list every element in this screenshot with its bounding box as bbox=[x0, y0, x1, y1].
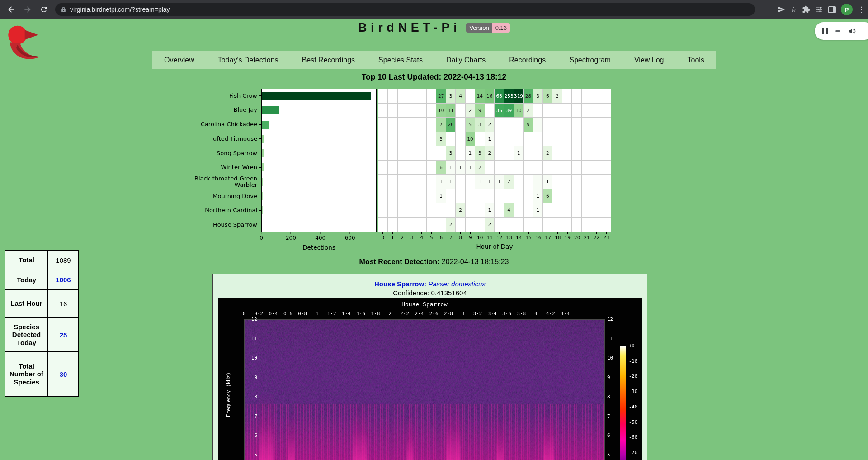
heatmap-cell bbox=[417, 218, 427, 232]
species-common-name[interactable]: House Sparrow: bbox=[374, 280, 426, 288]
heatmap-cell bbox=[591, 132, 601, 147]
heatmap-cell bbox=[427, 161, 436, 175]
url-bar[interactable]: virginia.birdnetpi.com/?stream=play bbox=[55, 3, 755, 16]
hour-tick: 22 bbox=[592, 232, 602, 242]
bookmark-star-icon[interactable]: ☆ bbox=[790, 6, 797, 14]
heatmap-cell bbox=[475, 189, 485, 204]
heatmap-cell bbox=[591, 175, 601, 189]
heatmap-cell bbox=[572, 132, 581, 147]
chart-title: Top 10 Last Updated: 2022-04-13 18:12 bbox=[0, 72, 868, 82]
nav-item-tools[interactable]: Tools bbox=[688, 56, 704, 64]
heatmap-cell bbox=[398, 218, 407, 232]
heatmap-cell bbox=[591, 203, 601, 218]
heatmap-cell bbox=[427, 218, 436, 232]
heatmap-cell bbox=[562, 203, 572, 218]
heatmap-cell bbox=[552, 104, 562, 118]
heatmap-cell: 1 bbox=[533, 203, 543, 218]
extensions-puzzle-icon[interactable] bbox=[802, 5, 810, 14]
bar-row bbox=[262, 203, 376, 218]
heatmap-cell bbox=[446, 203, 456, 218]
heatmap-cell: 10 bbox=[436, 104, 446, 118]
db-tick-label: -30 bbox=[629, 389, 637, 394]
speaker-icon[interactable] bbox=[848, 27, 857, 36]
nav-item-recordings[interactable]: Recordings bbox=[509, 56, 546, 64]
heatmap-cell bbox=[427, 146, 436, 161]
species-label-row: Fish Crow bbox=[176, 89, 261, 103]
heatmap-cell bbox=[514, 132, 524, 147]
tune-extension-icon[interactable] bbox=[815, 5, 823, 14]
heatmap-cell bbox=[562, 104, 572, 118]
bar-row bbox=[262, 175, 376, 189]
time-tick-label: 3 bbox=[462, 311, 465, 317]
profile-avatar[interactable]: P bbox=[841, 4, 853, 15]
pause-icon[interactable] bbox=[822, 28, 828, 34]
heatmap-cell bbox=[475, 203, 485, 218]
heatmap-cell bbox=[514, 218, 524, 232]
heatmap-cell: 2 bbox=[466, 104, 475, 118]
reload-button[interactable] bbox=[37, 3, 51, 16]
heatmap-cell bbox=[572, 175, 581, 189]
kebab-menu-icon[interactable]: ⋮ bbox=[858, 6, 865, 14]
spectrogram-streak bbox=[543, 408, 554, 460]
nav-item-spectrogram[interactable]: Spectrogram bbox=[569, 56, 611, 64]
heatmap-cell bbox=[378, 89, 388, 104]
heatmap-cell bbox=[572, 161, 581, 175]
heatmap-cell bbox=[485, 189, 495, 204]
freq-axis-right: 12111098765 bbox=[607, 298, 621, 460]
send-icon[interactable] bbox=[777, 5, 785, 14]
back-button[interactable] bbox=[5, 3, 18, 16]
heatmap-cell: 7 bbox=[436, 118, 446, 132]
heatmap-cell bbox=[398, 146, 407, 161]
stats-value-link[interactable]: 25 bbox=[48, 318, 79, 352]
side-panel-icon[interactable] bbox=[828, 6, 836, 13]
recent-label: Most Recent Detection: bbox=[359, 258, 440, 266]
species-latin-name[interactable]: Passer domesticus bbox=[428, 280, 486, 288]
confidence-text: Confidence: 0.41351604 bbox=[213, 289, 647, 297]
hour-tick: 14 bbox=[514, 232, 524, 242]
db-tick-label: -70 bbox=[629, 450, 637, 455]
heatmap-cell: 2 bbox=[552, 89, 562, 104]
detection-bar bbox=[262, 220, 262, 228]
heatmap-cell: 6 bbox=[543, 89, 552, 104]
heatmap-cell: 1 bbox=[475, 175, 485, 189]
heatmap-cell bbox=[601, 203, 611, 218]
heatmap-cell bbox=[591, 218, 601, 232]
stats-table: Total 1089 Today 1006 Last Hour 16 Speci… bbox=[5, 250, 79, 397]
heatmap-cell bbox=[572, 118, 581, 132]
heatmap-cell: 2 bbox=[504, 175, 514, 189]
heatmap-cell: 1 bbox=[533, 175, 543, 189]
heatmap-cell bbox=[436, 218, 446, 232]
heatmap-cell bbox=[524, 203, 533, 218]
nav-item-view-log[interactable]: View Log bbox=[634, 56, 664, 64]
audio-player[interactable] bbox=[815, 22, 868, 40]
hour-tick: 1 bbox=[388, 232, 398, 242]
freq-tick-label: 11 bbox=[242, 336, 257, 341]
heatmap-cell bbox=[456, 118, 465, 132]
heatmap-cell: 1 bbox=[485, 203, 495, 218]
freq-tick-label: 5 bbox=[607, 452, 621, 458]
time-tick-label: 2·2 bbox=[400, 311, 409, 317]
time-tick-label: 1 bbox=[316, 311, 319, 317]
heatmap-cell bbox=[388, 175, 397, 189]
nav-item-daily-charts[interactable]: Daily Charts bbox=[446, 56, 486, 64]
nav-item-species-stats[interactable]: Species Stats bbox=[378, 56, 423, 64]
nav-item-today-s-detections[interactable]: Today's Detections bbox=[218, 56, 278, 64]
heatmap-cell bbox=[552, 132, 562, 147]
heatmap-cell bbox=[398, 89, 407, 104]
db-tick-label: -50 bbox=[629, 419, 637, 425]
freq-tick-label: 11 bbox=[607, 336, 621, 341]
stats-value-link[interactable]: 30 bbox=[48, 352, 79, 396]
stats-label: Last Hour bbox=[5, 289, 48, 318]
heatmap-cell bbox=[407, 161, 417, 175]
stats-row-last-hour: Last Hour 16 bbox=[5, 289, 79, 318]
species-label: Carolina Chickadee bbox=[201, 121, 257, 128]
time-tick-label: 1·6 bbox=[356, 311, 365, 317]
stats-value-link[interactable]: 1006 bbox=[48, 270, 79, 289]
nav-item-overview[interactable]: Overview bbox=[164, 56, 194, 64]
heatmap-cell: 1 bbox=[533, 189, 543, 204]
forward-button[interactable] bbox=[21, 3, 34, 16]
detection-bar bbox=[262, 206, 263, 214]
bar-row bbox=[262, 89, 376, 104]
nav-item-best-recordings[interactable]: Best Recordings bbox=[302, 56, 355, 64]
freq-tick-label: 8 bbox=[242, 394, 257, 400]
